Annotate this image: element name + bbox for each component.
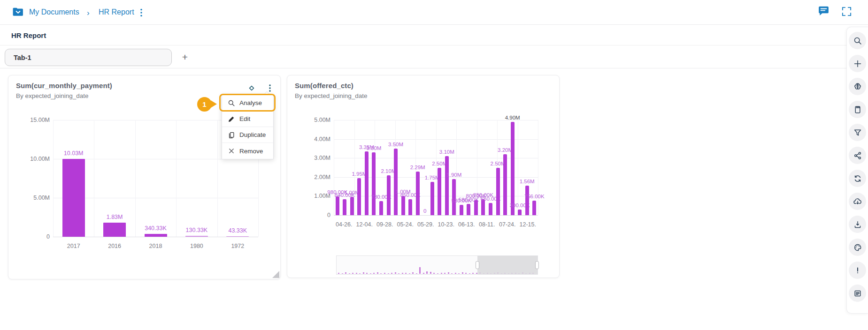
sidebar-button-search[interactable]	[849, 32, 866, 49]
sidebar-button-card[interactable]	[849, 101, 866, 118]
bar[interactable]	[379, 201, 383, 215]
bar-2016[interactable]	[103, 223, 126, 237]
bar[interactable]	[394, 149, 398, 215]
brush-mini-bar	[395, 272, 396, 274]
gridline	[217, 120, 218, 237]
bar-1980[interactable]	[185, 236, 208, 237]
tab-bar: Tab-1 +	[0, 45, 868, 68]
gridline	[94, 120, 94, 237]
workspace-folder-icon[interactable]	[12, 7, 24, 17]
brush-mini-bar	[472, 273, 474, 274]
bar-value-label: 756.00K	[524, 194, 545, 199]
bar[interactable]	[467, 204, 470, 215]
sidebar-button-theme[interactable]	[849, 239, 866, 256]
add-tab-button[interactable]: +	[177, 50, 192, 65]
brush-mini-bar	[444, 273, 446, 274]
menu-item-label: Analyse	[239, 99, 262, 106]
bar[interactable]	[401, 196, 405, 215]
bar[interactable]	[489, 203, 492, 215]
bar[interactable]	[372, 152, 376, 215]
bar[interactable]	[496, 168, 500, 216]
bar-value-label: 3.30M	[366, 145, 381, 151]
menu-item-remove[interactable]: Remove	[222, 143, 273, 159]
y-tick-label: 1.00M	[298, 193, 330, 199]
sidebar-button-download[interactable]	[849, 216, 866, 233]
sidebar-button-alert[interactable]	[849, 262, 866, 279]
gridline	[334, 120, 334, 215]
page-title: HR Report	[11, 31, 46, 39]
menu-item-duplicate[interactable]: Duplicate	[222, 127, 273, 143]
bar[interactable]	[518, 210, 522, 215]
brush-mini-bar	[465, 273, 467, 274]
bar[interactable]	[438, 168, 441, 216]
bar[interactable]	[474, 200, 478, 215]
bar[interactable]	[511, 122, 515, 215]
brush-mini-bar	[430, 272, 431, 274]
chart-title: Sum(cur_monthly_payment)	[16, 82, 112, 90]
bar[interactable]	[343, 199, 346, 215]
bar[interactable]	[357, 178, 361, 215]
gridline	[538, 120, 538, 215]
bar-2018[interactable]	[145, 234, 167, 237]
gridline	[176, 120, 177, 237]
brush-mini-bar	[437, 273, 438, 274]
x-tick-label: 12-15.	[520, 221, 536, 228]
bar[interactable]	[460, 205, 463, 215]
comment-icon[interactable]	[817, 6, 830, 17]
chart-subtitle: By expected_joining_date	[16, 92, 89, 99]
bar[interactable]	[336, 196, 339, 215]
tab-1[interactable]: Tab-1	[5, 49, 172, 66]
breadcrumb-my-documents[interactable]: My Documents	[29, 8, 79, 16]
chart-range-brush[interactable]	[336, 255, 538, 275]
bar-chart-offered-ctc: 980.00K840.00K1.00M1.95M3.35M3.30M730.00…	[334, 120, 538, 215]
bar-value-label: 3.10M	[439, 149, 454, 155]
bar[interactable]	[350, 197, 354, 215]
brush-mini-bar	[423, 273, 424, 274]
bar[interactable]	[481, 199, 485, 216]
x-tick-label: 04-26.	[336, 221, 352, 228]
bar[interactable]	[503, 154, 507, 215]
duplicate-icon	[228, 131, 235, 139]
bar[interactable]	[430, 182, 434, 215]
sidebar-button-ai-insights[interactable]	[849, 78, 866, 95]
brush-mini-bar	[419, 267, 421, 274]
bar-1972[interactable]	[226, 236, 249, 237]
brush-mini-bar	[402, 273, 403, 274]
sidebar-button-share[interactable]	[849, 147, 866, 164]
x-tick-label: 1980	[190, 243, 203, 249]
breadcrumb-kebab-icon[interactable]	[138, 8, 145, 17]
brush-handle-left[interactable]	[476, 261, 479, 269]
refresh-icon	[853, 174, 862, 183]
sidebar-button-refresh[interactable]	[849, 170, 866, 187]
card-resize-handle[interactable]	[272, 271, 279, 278]
sidebar-button-cloud-download[interactable]	[849, 193, 866, 210]
brush-unselected-overlay[interactable]	[477, 256, 538, 274]
bar[interactable]	[525, 186, 529, 215]
bar[interactable]	[387, 175, 391, 215]
gridline	[53, 237, 258, 237]
bar[interactable]	[532, 201, 536, 215]
bar[interactable]	[365, 151, 369, 215]
bar-2017[interactable]	[62, 159, 85, 237]
sidebar-button-filter[interactable]	[849, 124, 866, 141]
drag-diamond-icon[interactable]	[247, 84, 256, 92]
fullscreen-icon[interactable]	[841, 6, 852, 17]
share-icon	[853, 151, 862, 160]
brush-mini-bar	[455, 273, 456, 274]
brush-handle-right[interactable]	[535, 261, 539, 269]
brush-mini-bar	[345, 272, 346, 274]
bar[interactable]	[416, 172, 420, 215]
bar[interactable]	[452, 179, 456, 215]
chart-title: Sum(offered_ctc)	[295, 82, 353, 90]
cloud-download-icon	[853, 197, 862, 206]
bar-value-label: 1.90M	[446, 172, 461, 178]
sidebar-button-add[interactable]	[849, 55, 866, 72]
breadcrumb-separator: ›	[87, 8, 90, 18]
bar[interactable]	[408, 199, 412, 216]
menu-item-edit[interactable]: Edit	[222, 111, 273, 127]
sidebar-button-summary[interactable]	[849, 285, 866, 302]
x-tick-label: 2018	[149, 243, 162, 249]
kebab-menu-icon[interactable]	[266, 84, 274, 92]
bar[interactable]	[445, 156, 449, 215]
breadcrumb-hr-report[interactable]: HR Report	[99, 8, 134, 16]
